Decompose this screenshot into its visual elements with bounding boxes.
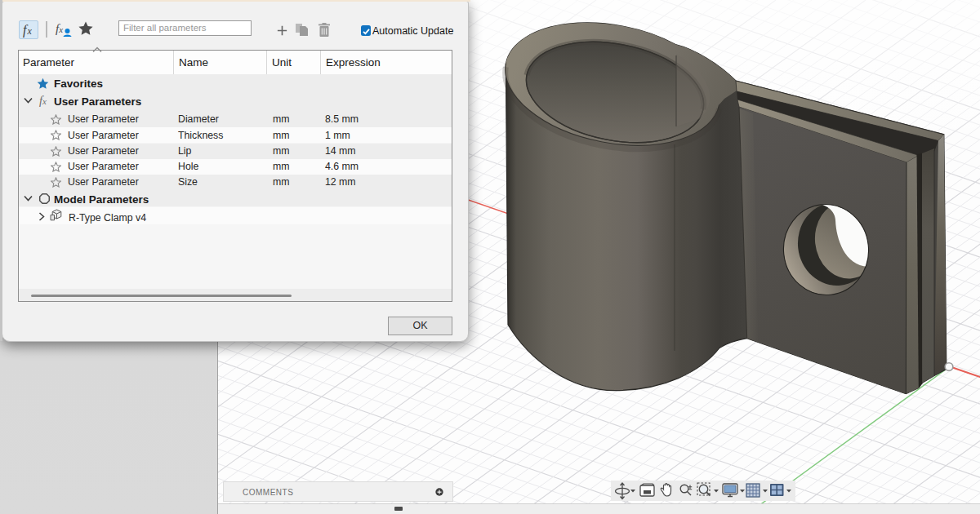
svg-text:x: x	[27, 25, 33, 37]
svg-text:fx: fx	[56, 22, 63, 35]
